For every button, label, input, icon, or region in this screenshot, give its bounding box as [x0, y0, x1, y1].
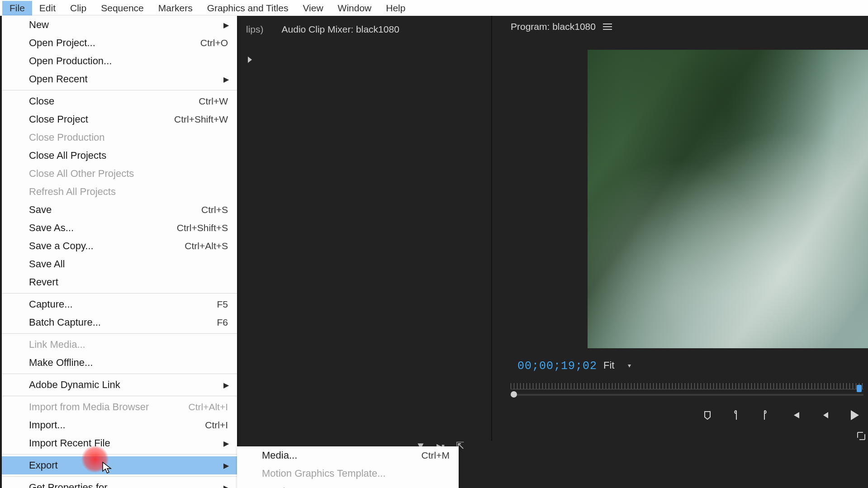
- menu-graphics[interactable]: Graphics and Titles: [200, 1, 296, 15]
- menu-item-label: Adobe Dynamic Link: [29, 379, 120, 391]
- menu-sequence[interactable]: Sequence: [94, 1, 151, 15]
- file-menu-open-production[interactable]: Open Production...: [2, 52, 237, 70]
- menu-item-shortcut: Ctrl+M: [422, 450, 450, 461]
- time-scrubber[interactable]: [511, 383, 863, 401]
- file-menu-close-all-projects[interactable]: Close All Projects: [2, 147, 237, 165]
- file-menu-save-as[interactable]: Save As...Ctrl+Shift+S: [2, 219, 237, 237]
- menu-markers[interactable]: Markers: [151, 1, 200, 15]
- file-menu-open-project[interactable]: Open Project...Ctrl+O: [2, 34, 237, 52]
- menu-item-shortcut: Ctrl+S: [201, 204, 228, 215]
- file-menu-new[interactable]: New▶: [2, 16, 237, 34]
- menu-separator: [2, 293, 237, 294]
- tab-audio-mixer[interactable]: Audio Clip Mixer: black1080: [273, 21, 408, 38]
- panel-divider[interactable]: [491, 16, 492, 441]
- submenu-arrow-icon: ▶: [223, 439, 229, 448]
- scrubber-out-marker[interactable]: [857, 385, 862, 392]
- menu-edit[interactable]: Edit: [32, 1, 63, 15]
- menu-item-label: Import...: [29, 419, 66, 431]
- menu-item-label: Close: [29, 95, 54, 107]
- scrubber-playhead[interactable]: [511, 391, 517, 398]
- panel-menu-icon[interactable]: [603, 24, 612, 30]
- file-menu-close-project[interactable]: Close ProjectCtrl+Shift+W: [2, 110, 237, 128]
- menu-clip[interactable]: Clip: [63, 1, 94, 15]
- menu-item-label: Close All Projects: [29, 150, 106, 161]
- file-menu-export[interactable]: Export▶: [2, 456, 237, 474]
- transport-controls: [502, 409, 868, 421]
- menu-item-label: Save All: [29, 258, 65, 270]
- menu-item-label: Open Production...: [29, 55, 112, 67]
- file-menu-save-all[interactable]: Save All: [2, 255, 237, 273]
- file-menu-revert[interactable]: Revert: [2, 273, 237, 291]
- file-menu-make-offline[interactable]: Make Offline...: [2, 354, 237, 372]
- menu-item-shortcut: F5: [217, 299, 228, 310]
- file-menu-import[interactable]: Import...Ctrl+I: [2, 416, 237, 434]
- fx-bypass-arrow-icon[interactable]: [247, 56, 253, 66]
- crop-icon[interactable]: [856, 431, 866, 444]
- menu-item-label: Capture...: [29, 298, 73, 310]
- menu-item-shortcut: Ctrl+Shift+W: [174, 114, 228, 125]
- file-menu-get-properties-for[interactable]: Get Properties for▶: [2, 479, 237, 488]
- menu-file[interactable]: File: [2, 1, 32, 15]
- file-menu-import-recent-file[interactable]: Import Recent File▶: [2, 434, 237, 452]
- go-to-in-icon[interactable]: [788, 411, 800, 420]
- menu-item-label: Make Offline...: [29, 357, 93, 369]
- program-title: Program: black1080: [511, 21, 596, 32]
- menu-item-label: Revert: [29, 276, 58, 288]
- play-icon[interactable]: [849, 409, 860, 421]
- file-menu-open-recent[interactable]: Open Recent▶: [2, 70, 237, 88]
- menu-item-label: Import Recent File: [29, 437, 110, 449]
- menu-item-shortcut: Ctrl+Alt+I: [188, 402, 228, 412]
- menu-item-label: Import from Media Browser: [29, 401, 149, 413]
- file-menu-save-a-copy[interactable]: Save a Copy...Ctrl+Alt+S: [2, 237, 237, 255]
- chevron-down-icon: ▾: [628, 362, 631, 369]
- menu-item-label: Refresh All Projects: [29, 186, 116, 198]
- menu-item-shortcut: Ctrl+Shift+S: [177, 223, 228, 233]
- file-menu-dropdown: New▶Open Project...Ctrl+OOpen Production…: [2, 16, 237, 488]
- menu-window[interactable]: Window: [331, 1, 379, 15]
- menu-item-shortcut: Ctrl+I: [205, 420, 228, 431]
- submenu-arrow-icon: ▶: [223, 381, 229, 389]
- menu-item-shortcut: Ctrl+O: [200, 38, 228, 48]
- file-menu-close-production: Close Production: [2, 128, 237, 147]
- menu-item-label: New: [29, 19, 49, 31]
- menu-help[interactable]: Help: [379, 1, 413, 15]
- file-menu-refresh-all-projects: Refresh All Projects: [2, 183, 237, 201]
- mark-in-icon[interactable]: [732, 410, 740, 421]
- menu-separator: [2, 374, 237, 374]
- menu-item-shortcut: Ctrl+Alt+S: [185, 241, 228, 251]
- marker-icon[interactable]: [702, 410, 712, 420]
- menu-view[interactable]: View: [295, 1, 330, 15]
- menu-separator: [2, 90, 237, 90]
- step-back-icon[interactable]: [820, 411, 829, 420]
- file-menu-capture[interactable]: Capture...F5: [2, 295, 237, 313]
- menu-item-label: Open Recent: [29, 73, 88, 85]
- menu-item-label: Save a Copy...: [29, 240, 94, 252]
- menu-item-label: Link Media...: [29, 339, 85, 351]
- export-submenu: Media...Ctrl+MMotion Graphics Template..…: [237, 446, 459, 488]
- menu-item-label: Close Project: [29, 114, 88, 125]
- file-menu-save[interactable]: SaveCtrl+S: [2, 201, 237, 219]
- program-preview[interactable]: [588, 50, 868, 348]
- tab-clips-partial[interactable]: lips): [237, 21, 273, 38]
- menu-item-label: Save As...: [29, 222, 74, 234]
- file-menu-link-media: Link Media...: [2, 336, 237, 354]
- file-menu-batch-capture[interactable]: Batch Capture...F6: [2, 313, 237, 332]
- file-menu-close-all-other-projects: Close All Other Projects: [2, 165, 237, 183]
- menu-item-shortcut: F6: [217, 317, 228, 328]
- file-menu-close[interactable]: CloseCtrl+W: [2, 92, 237, 110]
- menu-item-label: Close All Other Projects: [29, 168, 134, 180]
- export-menu-media[interactable]: Media...Ctrl+M: [237, 446, 459, 464]
- submenu-arrow-icon: ▶: [223, 75, 229, 84]
- file-menu-adobe-dynamic-link[interactable]: Adobe Dynamic Link▶: [2, 376, 237, 394]
- scrubber-track[interactable]: [511, 394, 863, 396]
- menu-separator: [2, 476, 237, 477]
- zoom-fit-dropdown[interactable]: Fit ▾: [603, 360, 631, 371]
- menu-item-label: Open Project...: [29, 37, 95, 49]
- menu-separator: [2, 396, 237, 396]
- submenu-arrow-icon: ▶: [223, 483, 229, 488]
- mark-out-icon[interactable]: [760, 410, 768, 421]
- menu-item-label: Close Production: [29, 132, 105, 143]
- timecode-display[interactable]: 00;00;19;02: [517, 360, 597, 373]
- menu-separator: [2, 454, 237, 455]
- program-monitor: Program: black1080 00;00;19;02 Fit ▾: [502, 16, 868, 441]
